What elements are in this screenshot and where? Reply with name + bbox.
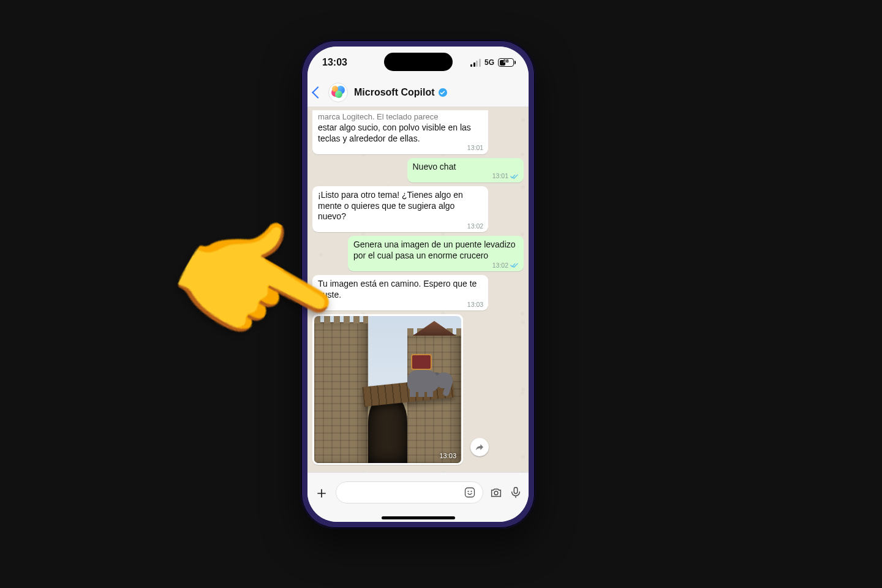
message-time: 13:01 <box>492 172 508 180</box>
sticker-icon[interactable] <box>463 486 477 499</box>
message-in[interactable]: marca Logitech. El teclado parece estar … <box>312 110 488 154</box>
message-input[interactable] <box>336 481 483 503</box>
svg-point-1 <box>467 491 469 492</box>
svg-point-3 <box>494 491 498 495</box>
avatar[interactable] <box>328 83 348 102</box>
chat-title-text: Microsoft Copilot <box>354 87 435 98</box>
message-text: Nuevo chat <box>413 162 456 172</box>
battery-percent: 38 <box>499 58 513 64</box>
network-label: 5G <box>484 58 494 67</box>
message-in[interactable]: ¡Listo para otro tema! ¿Tienes algo en m… <box>312 186 488 233</box>
image-time: 13:03 <box>439 452 456 459</box>
svg-point-2 <box>470 491 472 492</box>
read-check-icon <box>510 173 519 179</box>
svg-rect-4 <box>514 488 518 494</box>
home-indicator[interactable] <box>382 516 455 519</box>
dynamic-island <box>384 53 453 71</box>
read-check-icon <box>510 262 519 268</box>
message-out[interactable]: Nuevo chat 13:01 <box>407 158 524 183</box>
message-text: ¡Listo para otro tema! ¿Tienes algo en m… <box>318 190 463 222</box>
forward-button[interactable] <box>470 438 489 456</box>
camera-icon[interactable] <box>489 486 503 499</box>
message-time: 13:01 <box>467 144 483 152</box>
message-text: estar algo sucio, con polvo visible en l… <box>318 123 471 143</box>
generated-image[interactable]: 13:03 <box>314 316 461 463</box>
back-icon[interactable] <box>312 86 324 99</box>
message-time: 13:02 <box>467 222 483 230</box>
stage: 13:03 5G 38 <box>0 0 882 588</box>
chat-header: Microsoft Copilot <box>307 78 529 107</box>
attach-button[interactable]: ＋ <box>314 482 330 503</box>
chat-title[interactable]: Microsoft Copilot <box>354 87 447 98</box>
status-time: 13:03 <box>322 57 347 68</box>
microphone-icon[interactable] <box>509 486 522 499</box>
message-text: marca Logitech. El teclado parece <box>318 112 439 121</box>
battery-icon: 38 <box>498 58 514 67</box>
message-out[interactable]: Genera una imagen de un puente levadizo … <box>348 236 524 271</box>
verified-badge-icon <box>439 88 447 97</box>
message-time: 13:03 <box>467 301 483 309</box>
message-time: 13:02 <box>492 262 508 270</box>
input-bar: ＋ <box>307 472 529 522</box>
message-text: Genera una imagen de un puente levadizo … <box>353 239 516 260</box>
svg-rect-0 <box>466 488 475 497</box>
image-message[interactable]: 13:03 <box>312 314 463 465</box>
signal-icon <box>470 59 481 67</box>
